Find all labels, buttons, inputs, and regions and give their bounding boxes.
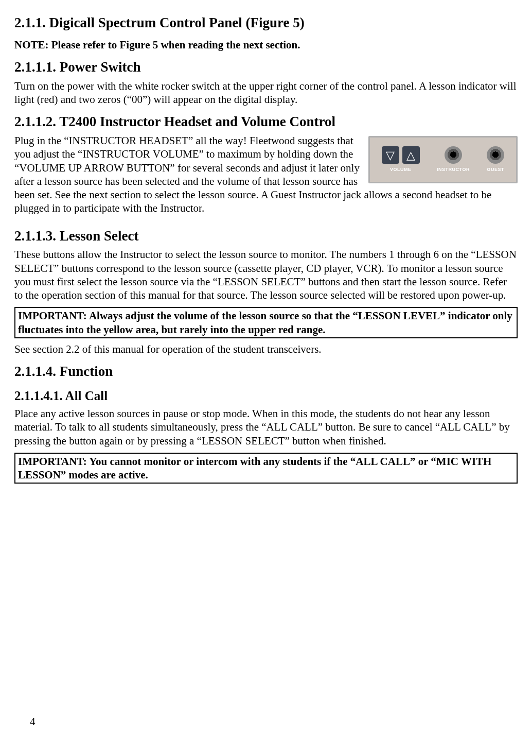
instructor-jack-icon — [445, 146, 462, 164]
heading-2-1-1-2: 2.1.1.2. T2400 Instructor Headset and Vo… — [14, 113, 518, 131]
body-all-call: Place any active lesson sources in pause… — [14, 407, 518, 448]
note-refer-figure-5: NOTE: Please refer to Figure 5 when read… — [14, 38, 518, 51]
panel-volume-group: ▽ △ VOLUME — [382, 146, 420, 173]
important-all-call: IMPORTANT: You cannot monitor or interco… — [14, 453, 518, 484]
body-see-section-2-2: See section 2.2 of this manual for opera… — [14, 342, 518, 356]
panel-guest-group: GUEST — [487, 146, 504, 173]
panel-label-guest: GUEST — [487, 167, 505, 173]
panel-photo: ▽ △ VOLUME INSTRUCTOR GUEST — [368, 136, 518, 183]
guest-jack-icon — [487, 146, 504, 164]
heading-2-1-1: 2.1.1. Digicall Spectrum Control Panel (… — [14, 14, 518, 32]
body-power-switch: Turn on the power with the white rocker … — [14, 79, 518, 107]
body-lesson-select: These buttons allow the Instructor to se… — [14, 248, 518, 302]
panel-instructor-group: INSTRUCTOR — [437, 146, 470, 173]
important-lesson-level: IMPORTANT: Always adjust the volume of t… — [14, 307, 518, 338]
heading-2-1-1-4: 2.1.1.4. Function — [14, 363, 518, 381]
volume-down-icon: ▽ — [382, 146, 399, 164]
panel-label-volume: VOLUME — [390, 167, 412, 173]
heading-2-1-1-1: 2.1.1.1. Power Switch — [14, 59, 518, 76]
heading-2-1-1-4-1: 2.1.1.4.1. All Call — [14, 388, 518, 404]
volume-up-icon: △ — [402, 146, 420, 164]
panel-label-instructor: INSTRUCTOR — [437, 167, 470, 173]
heading-2-1-1-3: 2.1.1.3. Lesson Select — [14, 228, 518, 245]
page-number: 4 — [30, 715, 36, 728]
